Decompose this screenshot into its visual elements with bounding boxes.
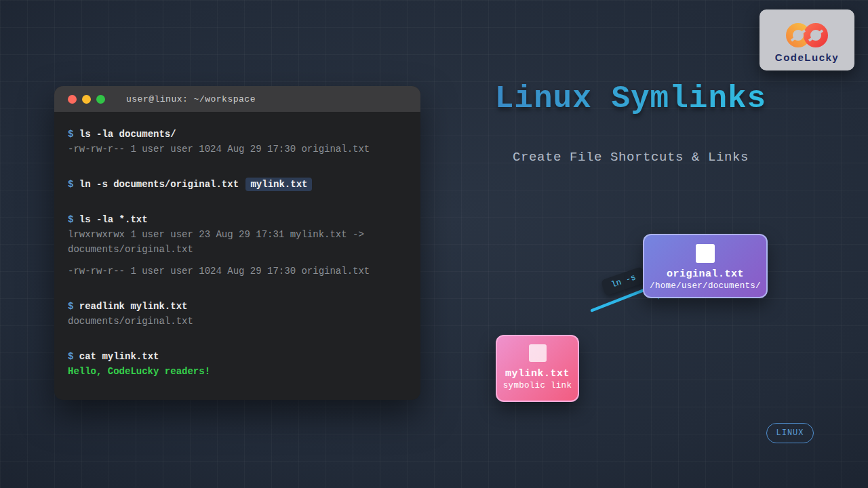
- terminal-command-line: $ ls -la *.txt: [68, 212, 407, 227]
- brand-logo: CodeLucky: [760, 9, 854, 70]
- symlink-type-label: symbolic link: [497, 381, 578, 390]
- brand-name: CodeLucky: [775, 52, 839, 63]
- terminal-command-line: $ readlink mylink.txt: [68, 299, 407, 314]
- page-title: Linux Symlinks: [434, 81, 827, 117]
- highlighted-argument: mylink.txt: [245, 178, 312, 191]
- terminal-output-line: documents/original.txt: [68, 314, 407, 329]
- terminal-title: user@linux: ~/workspace: [126, 94, 256, 104]
- command-text: readlink mylink.txt: [79, 301, 188, 312]
- terminal-titlebar: user@linux: ~/workspace: [54, 86, 420, 112]
- command-text: ls -la documents/: [79, 129, 176, 140]
- terminal-output-line: -rw-rw-r-- 1 user user 1024 Aug 29 17:30…: [68, 142, 407, 157]
- shell-prompt: $: [68, 351, 79, 362]
- original-filename: original.txt: [644, 268, 766, 280]
- command-text: cat mylink.txt: [79, 351, 159, 362]
- symlink-file-card: mylink.txt symbolic link: [496, 335, 579, 402]
- infographic-canvas: CodeLucky Linux Symlinks Create File Sho…: [0, 0, 868, 488]
- terminal-output-line: Hello, CodeLucky readers!: [68, 364, 407, 379]
- file-icon: [696, 244, 715, 263]
- file-icon: [529, 344, 547, 362]
- window-minimize-button[interactable]: [82, 95, 91, 104]
- symlink-filename: mylink.txt: [497, 368, 578, 380]
- shell-prompt: $: [68, 301, 79, 312]
- original-filepath: /home/user/documents/: [644, 281, 766, 291]
- shell-prompt: $: [68, 179, 79, 190]
- page-subtitle: Create File Shortcuts & Links: [434, 150, 827, 165]
- terminal-blank-line: [68, 329, 407, 349]
- terminal-command-line: $ ls -la documents/: [68, 127, 407, 142]
- terminal-blank-line: [68, 257, 407, 264]
- terminal-window: user@linux: ~/workspace $ ls -la documen…: [54, 86, 420, 400]
- original-file-card: original.txt /home/user/documents/: [643, 234, 768, 298]
- terminal-command-line: $ ln -s documents/original.txt mylink.tx…: [68, 177, 407, 192]
- infinity-icon: [781, 20, 833, 51]
- shell-prompt: $: [68, 129, 79, 140]
- terminal-command-line: $ cat mylink.txt: [68, 349, 407, 364]
- terminal-blank-line: [68, 279, 407, 299]
- terminal-blank-line: [68, 157, 407, 177]
- terminal-body: $ ls -la documents/-rw-rw-r-- 1 user use…: [54, 112, 420, 394]
- command-text: ls -la *.txt: [79, 214, 148, 225]
- command-text: ln -s documents/original.txt: [79, 179, 245, 190]
- terminal-output-line: -rw-rw-r-- 1 user user 1024 Aug 29 17:30…: [68, 264, 407, 279]
- linux-badge: LINUX: [766, 423, 814, 443]
- window-maximize-button[interactable]: [96, 95, 105, 104]
- terminal-output-line: lrwxrwxrwx 1 user user 23 Aug 29 17:31 m…: [68, 227, 407, 257]
- terminal-blank-line: [68, 192, 407, 212]
- shell-prompt: $: [68, 214, 79, 225]
- window-close-button[interactable]: [68, 95, 77, 104]
